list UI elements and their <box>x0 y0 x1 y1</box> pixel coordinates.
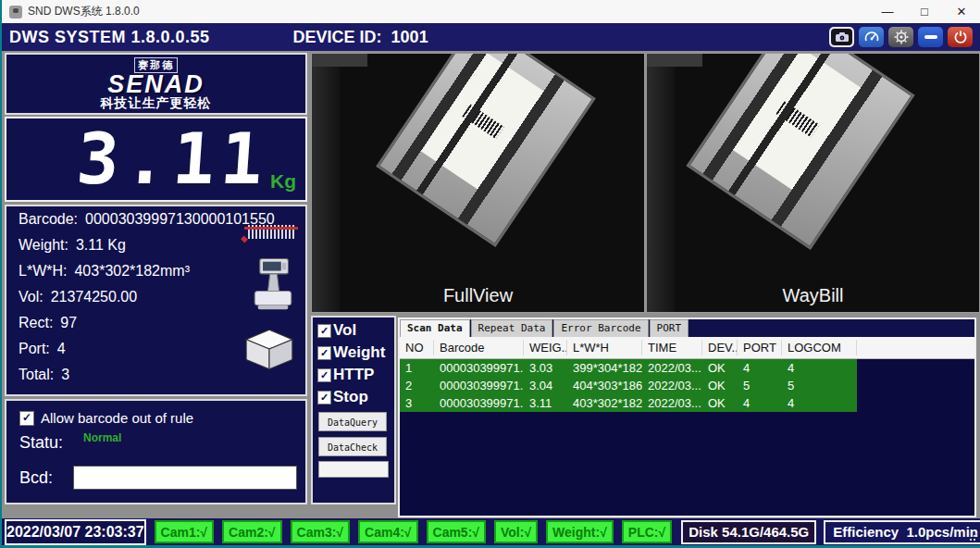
window-controls: — □ ✕ <box>869 0 980 23</box>
blank-box <box>318 461 389 478</box>
system-version-label: DWS SYSTEM 1.8.0.0.55 <box>9 28 210 47</box>
data-check-button[interactable]: DataCheck <box>318 437 387 456</box>
bcd-label: Bcd: <box>19 468 53 488</box>
close-button[interactable]: ✕ <box>943 0 980 23</box>
table-header: NO Barcode WEIG... L*W*H TIME DEV... POR… <box>400 337 974 359</box>
cam3-status-badge: Cam3:√ <box>291 520 350 543</box>
app-window: SND DWS系统 1.8.0.0 — □ ✕ DWS SYSTEM 1.8.0… <box>0 0 980 548</box>
tab-port[interactable]: PORT <box>650 319 689 337</box>
plc-status-badge: PLC:√ <box>622 520 672 543</box>
camera-corner <box>312 54 367 67</box>
camera-corner <box>647 54 702 67</box>
table-row[interactable]: 2 000030399971... 3.04 404*303*186 2022/… <box>400 377 857 394</box>
vol-status-badge: Vol:√ <box>494 520 538 543</box>
table-row[interactable]: 3 000030399971... 3.11 403*302*182 2022/… <box>400 394 857 412</box>
weight-value: 3.11 <box>74 122 271 196</box>
collapse-icon[interactable] <box>918 27 943 47</box>
checkbox-checked-icon[interactable]: ✓ <box>317 346 331 360</box>
weight-display-panel: 3.11 Kg <box>5 117 307 202</box>
device-id-value: 1001 <box>391 28 428 47</box>
cam4-status-badge: Cam4:√ <box>358 520 417 543</box>
weight-checkbox-item[interactable]: ✓Weight <box>317 343 394 362</box>
allow-barcode-label: Allow barcode out of rule <box>41 410 193 426</box>
tab-scan-data[interactable]: Scan Data <box>400 319 470 337</box>
device-id-label: DEVICE ID: <box>293 28 382 47</box>
logo-panel: 赛那德 SENAD 科技让生产更轻松 <box>5 53 307 115</box>
resize-grip[interactable] <box>969 532 978 542</box>
maximize-button[interactable]: □ <box>906 0 943 23</box>
minimize-button[interactable]: — <box>869 0 906 23</box>
cam1-status-badge: Cam1:√ <box>155 520 214 543</box>
camera-wall <box>647 54 675 312</box>
gear-icon[interactable] <box>888 27 913 47</box>
table-tabs: Scan Data Repeat Data Error Barcode PORT <box>400 319 974 337</box>
app-icon <box>9 6 22 19</box>
package-cube-icon <box>242 325 296 375</box>
status-bar: 2022/03/07 23:03:37 Cam1:√ Cam2:√ Cam3:√… <box>2 518 980 545</box>
package-image <box>686 53 914 250</box>
table-row[interactable]: 1 000030399971... 3.03 399*304*182 2022/… <box>400 359 857 377</box>
http-checkbox-item[interactable]: ✓HTTP <box>317 366 394 384</box>
package-tape <box>379 53 591 243</box>
vol-checkbox-item[interactable]: ✓Vol <box>317 321 394 340</box>
data-table-panel: Scan Data Repeat Data Error Barcode PORT… <box>398 318 976 517</box>
efficiency: Efficiency 1.0pcs/min <box>824 520 980 544</box>
logo-slogan: 科技让生产更轻松 <box>6 95 305 112</box>
package-tape <box>690 53 912 246</box>
logo-brand: SENAD <box>6 73 305 95</box>
camera-wall <box>312 54 340 312</box>
waybill-camera: WayBill <box>646 53 980 313</box>
options-panel: ✓ Allow barcode out of rule Statu: Norma… <box>5 399 307 504</box>
weight-unit: Kg <box>270 170 296 193</box>
data-query-button[interactable]: DataQuery <box>318 412 387 431</box>
tab-error-barcode[interactable]: Error Barcode <box>553 319 648 337</box>
checkbox-checked-icon[interactable]: ✓ <box>317 368 331 382</box>
allow-barcode-checkbox[interactable]: ✓ <box>19 411 34 426</box>
cam5-status-badge: Cam5:√ <box>427 520 486 543</box>
disk-usage: Disk 54.1G/464.5G <box>681 520 816 544</box>
weight-status-badge: Weight:√ <box>546 520 614 543</box>
app-title: SND DWS系统 1.8.0.0 <box>28 4 140 19</box>
scale-icon <box>252 257 294 318</box>
waybill-label: WayBill <box>647 285 979 306</box>
checkbox-checked-icon[interactable]: ✓ <box>317 324 331 338</box>
header-toolbar <box>829 27 973 47</box>
checkbox-checked-icon[interactable]: ✓ <box>317 391 331 405</box>
fullview-camera: FullView <box>311 53 645 313</box>
title-bar: SND DWS系统 1.8.0.0 — □ ✕ <box>2 0 980 23</box>
status-value: Normal <box>83 431 121 444</box>
fullview-label: FullView <box>312 285 644 306</box>
barcode-icon <box>248 225 296 239</box>
cam2-status-badge: Cam2:√ <box>222 520 281 543</box>
stop-checkbox-item[interactable]: ✓Stop <box>317 388 394 406</box>
measurement-info-panel: Barcode:00003039997130000101550 Weight:3… <box>5 205 307 396</box>
header-bar: DWS SYSTEM 1.8.0.0.55 DEVICE ID: 1001 <box>2 23 980 51</box>
statu-label: Statu: <box>19 433 63 453</box>
camera-icon[interactable] <box>829 27 854 47</box>
package-image <box>376 53 596 247</box>
filters-panel: ✓Vol ✓Weight ✓HTTP ✓Stop DataQuery DataC… <box>311 316 396 504</box>
tab-repeat-data[interactable]: Repeat Data <box>471 319 553 337</box>
gauge-icon[interactable] <box>859 27 884 47</box>
power-icon[interactable] <box>948 27 973 47</box>
bcd-input[interactable] <box>73 466 297 490</box>
timestamp: 2022/03/07 23:03:37 <box>5 519 146 545</box>
